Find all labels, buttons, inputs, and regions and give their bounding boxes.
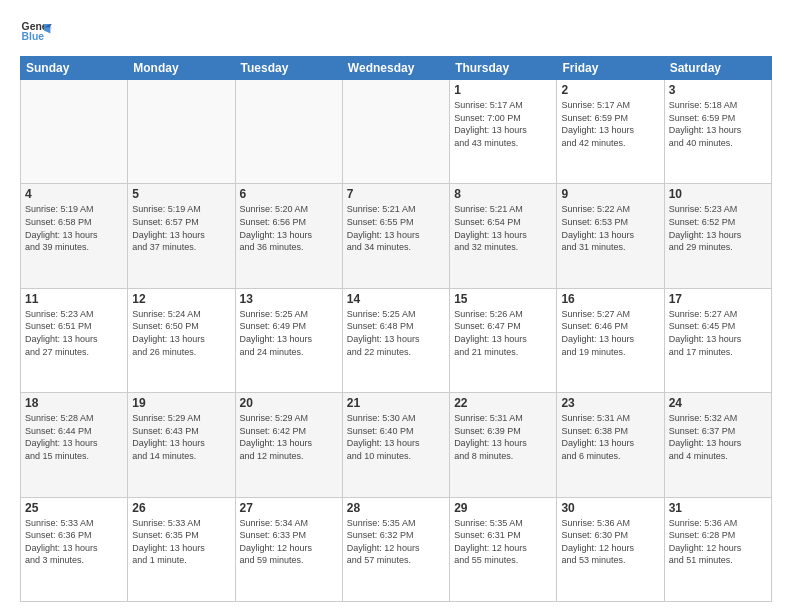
day-number: 29 bbox=[454, 501, 552, 515]
calendar-cell: 14Sunrise: 5:25 AMSunset: 6:48 PMDayligh… bbox=[342, 288, 449, 392]
week-row-5: 25Sunrise: 5:33 AMSunset: 6:36 PMDayligh… bbox=[21, 497, 772, 601]
day-number: 16 bbox=[561, 292, 659, 306]
calendar-cell: 23Sunrise: 5:31 AMSunset: 6:38 PMDayligh… bbox=[557, 393, 664, 497]
day-info: Sunrise: 5:17 AMSunset: 7:00 PMDaylight:… bbox=[454, 99, 552, 149]
weekday-header-thursday: Thursday bbox=[450, 57, 557, 80]
day-number: 17 bbox=[669, 292, 767, 306]
calendar-cell: 5Sunrise: 5:19 AMSunset: 6:57 PMDaylight… bbox=[128, 184, 235, 288]
day-info: Sunrise: 5:25 AMSunset: 6:49 PMDaylight:… bbox=[240, 308, 338, 358]
day-number: 26 bbox=[132, 501, 230, 515]
day-info: Sunrise: 5:35 AMSunset: 6:31 PMDaylight:… bbox=[454, 517, 552, 567]
day-info: Sunrise: 5:35 AMSunset: 6:32 PMDaylight:… bbox=[347, 517, 445, 567]
header: General Blue bbox=[20, 16, 772, 48]
calendar-cell: 13Sunrise: 5:25 AMSunset: 6:49 PMDayligh… bbox=[235, 288, 342, 392]
weekday-header-row: SundayMondayTuesdayWednesdayThursdayFrid… bbox=[21, 57, 772, 80]
day-info: Sunrise: 5:31 AMSunset: 6:38 PMDaylight:… bbox=[561, 412, 659, 462]
day-info: Sunrise: 5:31 AMSunset: 6:39 PMDaylight:… bbox=[454, 412, 552, 462]
day-number: 24 bbox=[669, 396, 767, 410]
day-number: 25 bbox=[25, 501, 123, 515]
day-info: Sunrise: 5:30 AMSunset: 6:40 PMDaylight:… bbox=[347, 412, 445, 462]
calendar-cell: 9Sunrise: 5:22 AMSunset: 6:53 PMDaylight… bbox=[557, 184, 664, 288]
day-number: 10 bbox=[669, 187, 767, 201]
week-row-4: 18Sunrise: 5:28 AMSunset: 6:44 PMDayligh… bbox=[21, 393, 772, 497]
day-number: 8 bbox=[454, 187, 552, 201]
calendar-cell: 8Sunrise: 5:21 AMSunset: 6:54 PMDaylight… bbox=[450, 184, 557, 288]
calendar-cell: 2Sunrise: 5:17 AMSunset: 6:59 PMDaylight… bbox=[557, 80, 664, 184]
calendar-cell: 12Sunrise: 5:24 AMSunset: 6:50 PMDayligh… bbox=[128, 288, 235, 392]
weekday-header-saturday: Saturday bbox=[664, 57, 771, 80]
day-number: 5 bbox=[132, 187, 230, 201]
day-number: 6 bbox=[240, 187, 338, 201]
calendar-cell: 27Sunrise: 5:34 AMSunset: 6:33 PMDayligh… bbox=[235, 497, 342, 601]
week-row-3: 11Sunrise: 5:23 AMSunset: 6:51 PMDayligh… bbox=[21, 288, 772, 392]
day-number: 23 bbox=[561, 396, 659, 410]
page: General Blue SundayMondayTuesdayWednesda… bbox=[0, 0, 792, 612]
day-info: Sunrise: 5:36 AMSunset: 6:30 PMDaylight:… bbox=[561, 517, 659, 567]
day-number: 30 bbox=[561, 501, 659, 515]
day-number: 2 bbox=[561, 83, 659, 97]
day-info: Sunrise: 5:19 AMSunset: 6:58 PMDaylight:… bbox=[25, 203, 123, 253]
weekday-header-wednesday: Wednesday bbox=[342, 57, 449, 80]
calendar-cell: 10Sunrise: 5:23 AMSunset: 6:52 PMDayligh… bbox=[664, 184, 771, 288]
weekday-header-tuesday: Tuesday bbox=[235, 57, 342, 80]
calendar-cell: 21Sunrise: 5:30 AMSunset: 6:40 PMDayligh… bbox=[342, 393, 449, 497]
logo-icon: General Blue bbox=[20, 16, 52, 48]
day-number: 12 bbox=[132, 292, 230, 306]
logo: General Blue bbox=[20, 16, 52, 48]
calendar-cell: 1Sunrise: 5:17 AMSunset: 7:00 PMDaylight… bbox=[450, 80, 557, 184]
day-info: Sunrise: 5:24 AMSunset: 6:50 PMDaylight:… bbox=[132, 308, 230, 358]
week-row-1: 1Sunrise: 5:17 AMSunset: 7:00 PMDaylight… bbox=[21, 80, 772, 184]
day-number: 19 bbox=[132, 396, 230, 410]
calendar-table: SundayMondayTuesdayWednesdayThursdayFrid… bbox=[20, 56, 772, 602]
day-info: Sunrise: 5:21 AMSunset: 6:55 PMDaylight:… bbox=[347, 203, 445, 253]
svg-text:Blue: Blue bbox=[22, 31, 45, 42]
day-number: 1 bbox=[454, 83, 552, 97]
day-number: 20 bbox=[240, 396, 338, 410]
day-info: Sunrise: 5:18 AMSunset: 6:59 PMDaylight:… bbox=[669, 99, 767, 149]
day-info: Sunrise: 5:22 AMSunset: 6:53 PMDaylight:… bbox=[561, 203, 659, 253]
day-info: Sunrise: 5:21 AMSunset: 6:54 PMDaylight:… bbox=[454, 203, 552, 253]
calendar-cell: 16Sunrise: 5:27 AMSunset: 6:46 PMDayligh… bbox=[557, 288, 664, 392]
calendar-cell: 30Sunrise: 5:36 AMSunset: 6:30 PMDayligh… bbox=[557, 497, 664, 601]
calendar-cell: 6Sunrise: 5:20 AMSunset: 6:56 PMDaylight… bbox=[235, 184, 342, 288]
day-number: 11 bbox=[25, 292, 123, 306]
day-number: 15 bbox=[454, 292, 552, 306]
day-info: Sunrise: 5:17 AMSunset: 6:59 PMDaylight:… bbox=[561, 99, 659, 149]
day-info: Sunrise: 5:34 AMSunset: 6:33 PMDaylight:… bbox=[240, 517, 338, 567]
day-number: 3 bbox=[669, 83, 767, 97]
weekday-header-sunday: Sunday bbox=[21, 57, 128, 80]
day-number: 14 bbox=[347, 292, 445, 306]
calendar-cell bbox=[21, 80, 128, 184]
calendar-cell bbox=[128, 80, 235, 184]
day-number: 13 bbox=[240, 292, 338, 306]
calendar-cell: 15Sunrise: 5:26 AMSunset: 6:47 PMDayligh… bbox=[450, 288, 557, 392]
day-number: 7 bbox=[347, 187, 445, 201]
calendar-cell bbox=[235, 80, 342, 184]
day-number: 4 bbox=[25, 187, 123, 201]
calendar-cell: 29Sunrise: 5:35 AMSunset: 6:31 PMDayligh… bbox=[450, 497, 557, 601]
calendar-cell: 18Sunrise: 5:28 AMSunset: 6:44 PMDayligh… bbox=[21, 393, 128, 497]
calendar-cell: 11Sunrise: 5:23 AMSunset: 6:51 PMDayligh… bbox=[21, 288, 128, 392]
day-info: Sunrise: 5:26 AMSunset: 6:47 PMDaylight:… bbox=[454, 308, 552, 358]
calendar-cell: 19Sunrise: 5:29 AMSunset: 6:43 PMDayligh… bbox=[128, 393, 235, 497]
day-number: 21 bbox=[347, 396, 445, 410]
calendar-cell: 22Sunrise: 5:31 AMSunset: 6:39 PMDayligh… bbox=[450, 393, 557, 497]
day-number: 9 bbox=[561, 187, 659, 201]
week-row-2: 4Sunrise: 5:19 AMSunset: 6:58 PMDaylight… bbox=[21, 184, 772, 288]
day-number: 18 bbox=[25, 396, 123, 410]
day-info: Sunrise: 5:25 AMSunset: 6:48 PMDaylight:… bbox=[347, 308, 445, 358]
calendar-cell bbox=[342, 80, 449, 184]
weekday-header-friday: Friday bbox=[557, 57, 664, 80]
day-info: Sunrise: 5:29 AMSunset: 6:42 PMDaylight:… bbox=[240, 412, 338, 462]
calendar-cell: 7Sunrise: 5:21 AMSunset: 6:55 PMDaylight… bbox=[342, 184, 449, 288]
weekday-header-monday: Monday bbox=[128, 57, 235, 80]
calendar-cell: 24Sunrise: 5:32 AMSunset: 6:37 PMDayligh… bbox=[664, 393, 771, 497]
day-info: Sunrise: 5:23 AMSunset: 6:52 PMDaylight:… bbox=[669, 203, 767, 253]
day-info: Sunrise: 5:27 AMSunset: 6:45 PMDaylight:… bbox=[669, 308, 767, 358]
calendar-cell: 3Sunrise: 5:18 AMSunset: 6:59 PMDaylight… bbox=[664, 80, 771, 184]
calendar-cell: 25Sunrise: 5:33 AMSunset: 6:36 PMDayligh… bbox=[21, 497, 128, 601]
day-info: Sunrise: 5:20 AMSunset: 6:56 PMDaylight:… bbox=[240, 203, 338, 253]
calendar-cell: 17Sunrise: 5:27 AMSunset: 6:45 PMDayligh… bbox=[664, 288, 771, 392]
day-number: 28 bbox=[347, 501, 445, 515]
day-info: Sunrise: 5:23 AMSunset: 6:51 PMDaylight:… bbox=[25, 308, 123, 358]
